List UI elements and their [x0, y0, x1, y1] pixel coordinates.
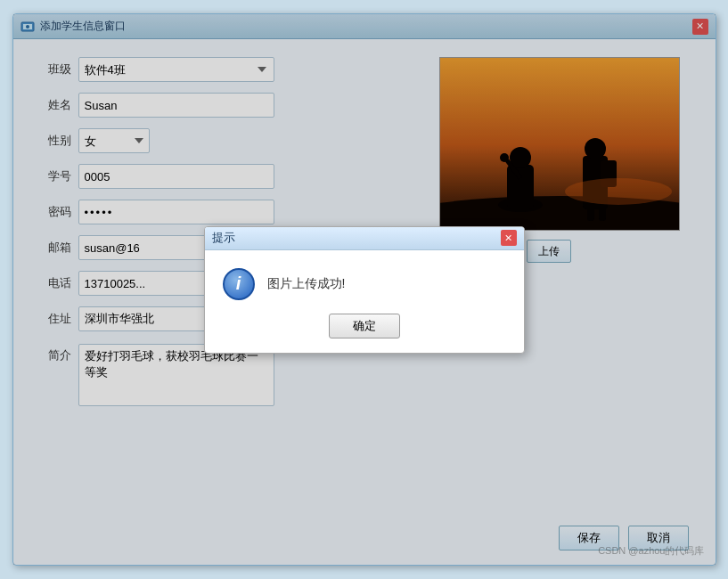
modal-message: 图片上传成功!: [267, 276, 346, 292]
modal-footer: 确定: [205, 314, 524, 353]
modal-title: 提示: [212, 230, 501, 246]
modal-content-row: i 图片上传成功!: [223, 268, 506, 300]
confirm-button[interactable]: 确定: [329, 314, 400, 338]
modal-close-button[interactable]: ✕: [501, 230, 517, 246]
main-window: 添加学生信息窗口 ✕ 班级 软件4班 姓名 性别 女: [12, 13, 716, 566]
info-icon: i: [223, 268, 255, 300]
modal-overlay: 提示 ✕ i 图片上传成功! 确定: [13, 14, 716, 565]
modal-title-bar: 提示 ✕: [205, 227, 524, 250]
modal-dialog: 提示 ✕ i 图片上传成功! 确定: [204, 226, 525, 354]
modal-body: i 图片上传成功!: [205, 250, 524, 314]
